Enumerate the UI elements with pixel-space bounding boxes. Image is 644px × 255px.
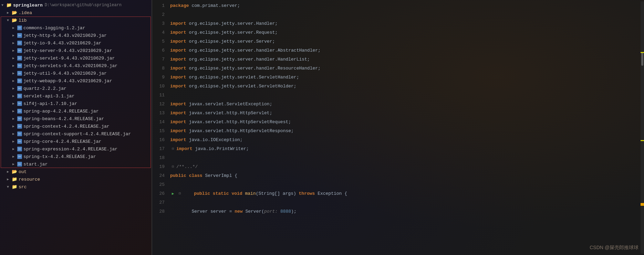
tree-item-spring-core[interactable]: spring-core-4.2.4.RELEASE.jar [0,138,152,145]
keyword: import [170,64,186,73]
scrollbar-thumb[interactable] [641,52,643,66]
scrollbar[interactable] [641,1,644,254]
code-line-18 [169,153,641,162]
code-line-27 [169,198,641,207]
code-line-13: import javax.servlet.http.HttpServlet; [169,109,641,118]
line-num: 17 [152,145,165,153]
keyword: import [170,46,186,55]
tree-item-jetty-util[interactable]: jetty-util-9.4.43.v20210629.jar [0,70,152,77]
line-num: 27 [152,198,165,207]
line-num: 25 [152,180,165,189]
code-line-25 [169,180,641,189]
tree-item-jetty-servlet[interactable]: jetty-servlet-9.4.43.v20210629.jar [0,54,152,62]
code-line-17: ⊟ import java.io.PrintWriter; [169,145,641,153]
jar-label: quartz-2.2.2.jar [23,86,66,91]
tree-item-spring-context[interactable]: spring-context-4.2.4.RELEASE.jar [0,123,152,130]
tree-item-spring-context-support[interactable]: spring-context-support-4.2.4.RELEASE.jar [0,130,152,138]
code-text: java.io.IOException; [186,136,243,145]
code-text: org.eclipse.jetty.server.Request; [186,28,278,37]
tree-item-start-jar[interactable]: start.jar [0,160,152,168]
arrow-jar [12,86,17,91]
tree-item-lib[interactable]: 📂 lib [0,17,152,24]
line-num: 18 [152,153,165,162]
code-text: org.eclipse.jetty.servlet.ServletHolder; [186,82,297,91]
line-num: 8 [152,64,165,73]
jar-icon [17,71,22,76]
jar-icon [17,101,22,106]
jar-label: spring-beans-4.2.4.RELEASE.jar [23,116,104,121]
line-num: 24 [152,171,165,180]
jar-label: jetty-servlet-9.4.43.v20210629.jar [23,56,115,61]
code-text: Exception { [315,189,347,198]
line-num: 2 [152,10,165,19]
tree-item-jetty-io[interactable]: jetty-io-9.4.43.v20210629.jar [0,39,152,47]
tree-item-out[interactable]: 📂 out [0,168,152,176]
tree-item-spring-aop[interactable]: spring-aop-4.2.4.RELEASE.jar [0,107,152,115]
code-line-19: ⊟ /**...*/ [169,162,641,171]
code-text: org.eclipse.jetty.server.handler.Abstrac… [186,46,321,55]
tree-item-spring-beans[interactable]: spring-beans-4.2.4.RELEASE.jar [0,115,152,123]
code-line-15: import javax.servlet.http.HttpServletRes… [169,127,641,136]
jar-icon [17,131,22,136]
tree-item-slf4j[interactable]: slf4j-api-1.7.10.jar [0,100,152,107]
code-lines: package com.primat.server; import org.ec… [169,1,641,254]
fold-icon[interactable]: ⊟ [170,164,176,170]
arrow-idea [7,11,12,15]
code-line-8: import org.eclipse.jetty.server.handler.… [169,64,641,73]
code-line-24: public class ServerImpl { [169,171,641,180]
jar-label: jetty-webapp-9.4.43.v20210629.jar [23,78,112,84]
run-gutter-icon[interactable]: ▶ [170,191,176,196]
code-line-5: import org.eclipse.jetty.server.Server; [169,37,641,46]
line-num: 1 [152,1,165,10]
folder-icon-src: 📁 [12,184,17,189]
tree-item-jetty-servlets[interactable]: jetty-servlets-9.4.43.v20210629.jar [0,62,152,70]
code-text [242,189,245,198]
folder-icon-out: 📂 [12,169,17,174]
tree-item-idea[interactable]: 📂 .idea [0,9,152,17]
tree-item-commons-logging[interactable]: commons-logging-1.2.jar [0,24,152,32]
number-literal: 8888 [280,207,291,216]
fold-icon[interactable]: ⊟ [177,191,183,196]
idea-label: .idea [19,10,32,15]
tree-item-src[interactable]: 📁 src [0,183,152,191]
param-hint: port: [264,207,278,216]
tree-item-jetty-http[interactable]: jetty-http-9.4.43.v20210629.jar [0,32,152,39]
code-text: javax.servlet.http.HttpServlet; [186,109,272,118]
line-numbers: 1 2 3 4 5 6 7 8 9 10 11 12 13 14 15 16 1… [152,1,169,254]
tree-item-servlet-api[interactable]: servlet-api-3.1.jar [0,92,152,100]
code-text [278,207,280,216]
arrow-jar [12,94,17,98]
arrow-jar [12,26,17,30]
jar-icon [17,86,22,91]
tree-item-project[interactable]: 📁 springlearn D:\workspace\github\spring… [0,1,152,9]
tree-item-quartz[interactable]: quartz-2.2.2.jar [0,85,152,92]
tree-item-jetty-webapp[interactable]: jetty-webapp-9.4.43.v20210629.jar [0,77,152,85]
jar-label: spring-core-4.2.4.RELEASE.jar [23,139,101,144]
jar-icon [17,139,22,144]
code-text: javax.servlet.ServletException; [186,100,272,109]
keyword: import [170,28,186,37]
line-num: 9 [152,73,165,82]
arrow-jar [12,33,17,38]
line-num: 13 [152,109,165,118]
arrow-jar [12,155,17,159]
arrow-lib [7,19,12,22]
jar-label: spring-tx-4.2.4.RELEASE.jar [23,154,96,159]
tree-item-spring-expression[interactable]: spring-expression-4.2.4.RELEASE.jar [0,145,152,153]
tree-item-resource[interactable]: 📁 resource [0,176,152,183]
fold-icon[interactable]: ⊟ [170,146,176,152]
jar-icon [17,124,22,129]
tree-item-spring-tx[interactable]: spring-tx-4.2.4.RELEASE.jar [0,153,152,160]
arrow-jar [12,41,17,45]
line-num: 4 [152,28,165,37]
jar-label: servlet-api-3.1.jar [23,94,74,99]
line-num: 19 [152,162,165,171]
keyword: static [213,189,229,198]
folder-icon-lib: 📂 [12,18,17,23]
jar-icon [17,162,22,167]
jar-icon [17,41,22,45]
code-text [229,189,232,198]
jar-icon [17,109,22,114]
tree-item-jetty-server[interactable]: jetty-server-9.4.43.v20210629.jar [0,47,152,54]
jar-label: spring-aop-4.2.4.RELEASE.jar [23,109,98,114]
